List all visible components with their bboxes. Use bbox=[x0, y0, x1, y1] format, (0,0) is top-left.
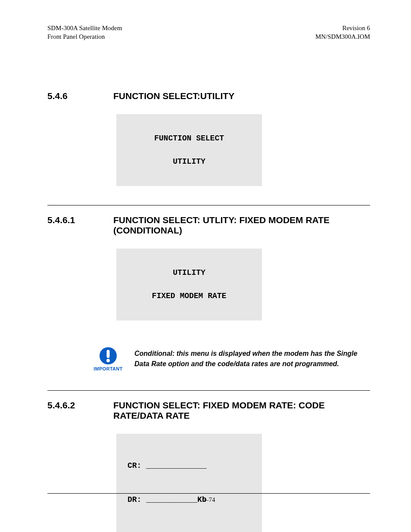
header-product: SDM-300A Satellite Modem bbox=[47, 24, 122, 32]
section-number: 5.4.6 bbox=[47, 91, 113, 101]
section-title: FUNCTION SELECT: FIXED MODEM RATE: CODE … bbox=[113, 400, 370, 421]
page-number: 5–74 bbox=[202, 496, 215, 503]
page-header: SDM-300A Satellite Modem Front Panel Ope… bbox=[47, 24, 370, 41]
section-title: FUNCTION SELECT: UTLITY: FIXED MODEM RAT… bbox=[113, 215, 370, 236]
section-number: 5.4.6.1 bbox=[47, 215, 113, 236]
footer-rule bbox=[47, 493, 370, 494]
page-footer: 5–74 bbox=[47, 493, 370, 504]
important-icon: IMPORTANT bbox=[95, 346, 121, 371]
section-heading-546: 5.4.6 FUNCTION SELECT:UTILITY bbox=[47, 91, 370, 101]
lcd-line-cr: CR: _____________ bbox=[128, 457, 251, 475]
lcd-line-1: UTILITY bbox=[121, 267, 258, 279]
divider bbox=[47, 390, 370, 391]
section-title: FUNCTION SELECT:UTILITY bbox=[113, 91, 370, 101]
lcd-line-2: UTILITY bbox=[121, 156, 258, 168]
lcd-display-5461: UTILITY FIXED MODEM RATE bbox=[116, 249, 262, 320]
svg-rect-1 bbox=[107, 350, 110, 358]
lcd-display-546: FUNCTION SELECT UTILITY bbox=[116, 114, 262, 186]
important-text: Conditional: this menu is displayed when… bbox=[134, 348, 363, 368]
header-subtitle: Front Panel Operation bbox=[47, 32, 122, 41]
section-number: 5.4.6.2 bbox=[47, 400, 113, 421]
svg-point-2 bbox=[106, 359, 110, 362]
divider bbox=[47, 205, 370, 205]
header-revision: Revision 6 bbox=[315, 24, 370, 32]
lcd-display-5462: CR: _____________ DR: ___________Kb bbox=[116, 434, 262, 532]
section-heading-5462: 5.4.6.2 FUNCTION SELECT: FIXED MODEM RAT… bbox=[47, 400, 370, 421]
section-heading-5461: 5.4.6.1 FUNCTION SELECT: UTLITY: FIXED M… bbox=[47, 215, 370, 236]
header-docnum: MN/SDM300A.IOM bbox=[315, 32, 370, 41]
important-label: IMPORTANT bbox=[93, 366, 122, 371]
lcd-line-2: FIXED MODEM RATE bbox=[121, 290, 258, 302]
important-note: IMPORTANT Conditional: this menu is disp… bbox=[95, 346, 370, 371]
lcd-line-1: FUNCTION SELECT bbox=[121, 133, 258, 144]
